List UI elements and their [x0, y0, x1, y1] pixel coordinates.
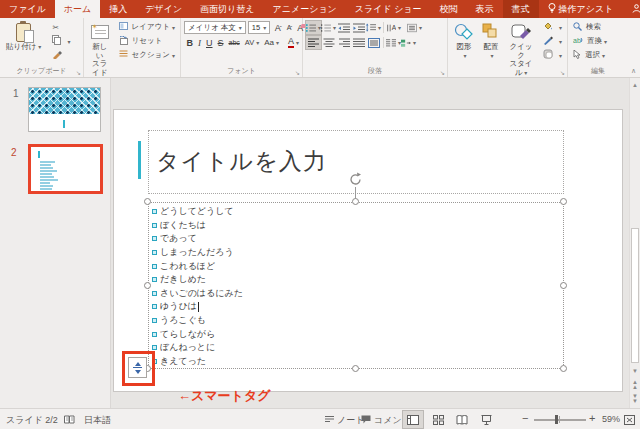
tab-format-contextual[interactable]: 書式 [503, 0, 539, 18]
change-case-button[interactable]: Aa [262, 36, 282, 50]
zoom-out-button[interactable]: − [522, 412, 528, 424]
line-spacing-button[interactable] [366, 21, 381, 34]
italic-button[interactable]: I [196, 36, 204, 50]
tab-design[interactable]: デザイン [136, 0, 191, 18]
shrink-font-button[interactable]: Aˇ [284, 21, 295, 35]
language-indicator[interactable]: 日本語 [84, 414, 111, 427]
zoom-in-button[interactable]: + [589, 412, 595, 424]
reset-button[interactable]: リセット [117, 34, 177, 48]
select-button[interactable]: 選択 [571, 48, 625, 62]
align-left-button[interactable] [306, 36, 321, 49]
text-shadow-button[interactable]: abc [226, 36, 242, 50]
copy-button[interactable] [50, 34, 72, 48]
align-text-button[interactable] [407, 21, 422, 34]
decrease-indent-button[interactable] [336, 21, 351, 34]
tab-home[interactable]: ホーム [55, 0, 100, 18]
format-painter-button[interactable] [50, 48, 72, 62]
tab-view[interactable]: 表示 [467, 0, 503, 18]
align-center-button[interactable] [321, 36, 336, 49]
vertical-scrollbar[interactable]: ▲ ▼ ▲▲ ▼▼ [629, 78, 640, 408]
align-right-button[interactable] [336, 36, 351, 49]
fit-slide-to-window-button[interactable] [624, 415, 635, 427]
shape-outline-button[interactable] [541, 34, 564, 48]
tab-review[interactable]: 校閲 [431, 0, 467, 18]
tab-animations[interactable]: アニメーション [264, 0, 346, 18]
rotate-handle-icon[interactable] [348, 172, 363, 187]
arrange-button[interactable]: 配置 [479, 20, 503, 78]
text-direction-button[interactable]: A [386, 21, 401, 34]
font-size-combo[interactable]: 15 [248, 21, 270, 34]
list-item: うろこぐも [152, 314, 243, 328]
slideshow-view-button[interactable] [476, 411, 496, 428]
handle-top-left[interactable] [144, 198, 151, 205]
next-slide-button[interactable]: ▼▼ [630, 394, 640, 404]
scroll-down-icon[interactable]: ▼ [630, 366, 640, 376]
shapes-label: 図形 [457, 43, 472, 52]
strikethrough-button[interactable]: S [215, 36, 226, 50]
section-label: セクション [132, 50, 170, 60]
slide-sorter-view-button[interactable] [428, 411, 448, 428]
scissors-icon: ✂ [52, 23, 58, 32]
zoom-slider-thumb[interactable] [555, 415, 558, 424]
underline-button[interactable]: U [204, 36, 216, 50]
bullets-button[interactable] [306, 21, 321, 34]
distribute-text-button[interactable] [366, 36, 381, 49]
handle-top-center[interactable] [352, 198, 359, 205]
shape-effects-button[interactable] [541, 48, 564, 62]
font-name-combo[interactable]: メイリオ 本文 [184, 21, 246, 34]
find-button[interactable]: 検索 [571, 20, 625, 34]
section-button[interactable]: セクション [117, 48, 177, 62]
slide-1-thumbnail[interactable] [28, 87, 101, 132]
collapse-ribbon-icon[interactable]: ∧ [631, 67, 636, 75]
find-label: 検索 [586, 22, 601, 32]
font-color-button[interactable]: A [286, 36, 302, 50]
quick-styles-icon [511, 23, 531, 41]
zoom-level[interactable]: 59% [602, 414, 620, 424]
proofing-icon[interactable] [64, 415, 75, 426]
numbering-button[interactable] [321, 21, 336, 34]
tab-slideshow[interactable]: スライド ショー [346, 0, 431, 18]
share-button[interactable]: 共有 [622, 0, 640, 18]
handle-bottom-center[interactable] [352, 365, 359, 372]
scrollbar-thumb[interactable] [631, 228, 639, 363]
tab-transitions[interactable]: 画面切り替え [191, 0, 263, 18]
normal-view-button[interactable] [403, 411, 423, 428]
slide-2-thumbnail[interactable] [28, 144, 103, 194]
previous-slide-button[interactable]: ▲▲ [630, 380, 640, 390]
tab-tell-me[interactable]: 操作アシスト [539, 0, 623, 18]
handle-bottom-right[interactable] [560, 365, 567, 372]
layout-button[interactable]: レイアウト [117, 20, 177, 34]
shape-fill-button[interactable] [541, 20, 564, 34]
increase-indent-button[interactable] [351, 21, 366, 34]
justify-button[interactable] [351, 36, 366, 49]
new-slide-icon [91, 25, 109, 39]
bullet-list[interactable]: どうしてどうして ぼくたちは であって しまったんだろう こわれるほど だきしめ… [152, 205, 243, 368]
bold-button[interactable]: B [184, 36, 196, 50]
new-slide-button[interactable]: 新しい スライド [87, 20, 113, 87]
convert-to-smartart-button[interactable] [401, 36, 416, 49]
group-clipboard: 貼り付け ✂ クリップボード [0, 18, 84, 77]
quick-styles-button[interactable]: クイック スタイル [505, 20, 537, 78]
slide-canvas[interactable]: タイトルを入力 どうしてどうして ぼくたちは であって しまったんだろう こわれ… [113, 109, 623, 392]
tab-file[interactable]: ファイル [0, 0, 55, 18]
copy-icon [52, 35, 63, 47]
replace-button[interactable]: ab置換 [571, 34, 625, 48]
zoom-slider-track[interactable] [534, 419, 586, 421]
handle-mid-left[interactable] [144, 282, 151, 289]
layout-icon [119, 22, 130, 32]
bullet-square-icon [152, 209, 157, 214]
slide-indicator: スライド 2/2 [6, 414, 58, 427]
scroll-up-icon[interactable]: ▲ [630, 80, 640, 90]
columns-button[interactable] [386, 36, 401, 49]
cut-button[interactable]: ✂ [50, 20, 72, 34]
grow-font-button[interactable]: Aˆ [272, 21, 284, 35]
search-icon [573, 22, 584, 33]
tab-insert[interactable]: 挿入 [100, 0, 136, 18]
group-label-font: フォント [181, 66, 302, 77]
character-spacing-button[interactable]: AV [242, 36, 261, 50]
shapes-button[interactable]: 図形 [451, 20, 477, 78]
handle-top-right[interactable] [560, 198, 567, 205]
paste-button[interactable]: 貼り付け [3, 20, 44, 66]
reading-view-button[interactable] [452, 411, 472, 428]
handle-mid-right[interactable] [560, 282, 567, 289]
